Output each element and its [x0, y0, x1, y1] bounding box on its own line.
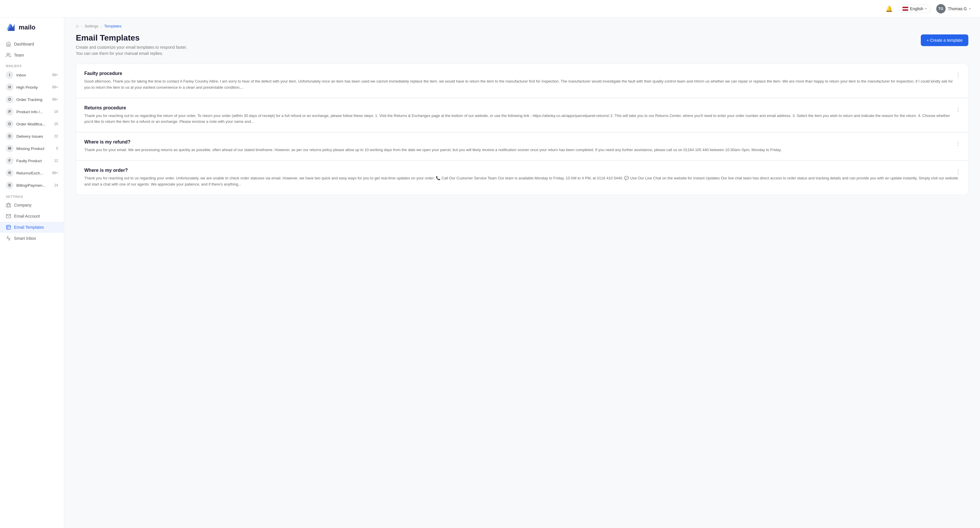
envelope-icon: [6, 213, 11, 219]
mailbox-count: 12: [54, 159, 58, 163]
mailbox-count: 19: [54, 110, 58, 114]
template-body: Thank you for your email. We are process…: [84, 147, 960, 153]
sidebar-item-label: Email Templates: [14, 225, 58, 230]
sidebar-item-missing-product[interactable]: M Missing Product 5: [0, 142, 64, 154]
sidebar-item-faulty-product[interactable]: F Faulty Product 12: [0, 154, 64, 167]
mailbox-count: 99+: [52, 73, 58, 77]
chevron-down-icon: ▾: [969, 7, 970, 10]
mailbox-circle: O: [6, 96, 13, 103]
template-body: Thank you for reaching out to us regardi…: [84, 113, 960, 125]
breadcrumb: ⌂ › Settings › Templates: [64, 17, 980, 29]
mailbox-label: Order Modifica...: [16, 122, 51, 126]
logo-text: mailo: [19, 24, 35, 31]
mailbox-circle: F: [6, 157, 13, 165]
mailbox-label: Missing Product: [16, 146, 53, 151]
language-label: English: [910, 6, 923, 11]
page-title: Email Templates: [76, 33, 187, 43]
chevron-down-icon: ▾: [925, 7, 927, 10]
users-icon: [6, 52, 11, 58]
template-more-button[interactable]: ⋮: [954, 71, 962, 79]
template-title: Faulty procedure: [84, 71, 960, 76]
settings-section-label: Settings: [0, 191, 64, 200]
sidebar-item-billing-payments[interactable]: B Billing/Paymen... 14: [0, 179, 64, 191]
svg-rect-5: [6, 225, 11, 229]
mailbox-circle: R: [6, 169, 13, 177]
mailbox-label: Returns/Exch...: [16, 171, 49, 175]
template-card: Returns procedure Thank you for reaching…: [76, 98, 968, 132]
mailbox-circle: M: [6, 145, 13, 152]
template-more-button[interactable]: ⋮: [954, 140, 962, 148]
user-menu[interactable]: TG Thomas G ▾: [936, 4, 970, 13]
mailbox-label: Inbox: [16, 73, 49, 77]
top-header: 🔔 English ▾ TG Thomas G ▾: [0, 0, 980, 17]
mailbox-label: Billing/Paymen...: [16, 183, 51, 188]
mailbox-circle: P: [6, 108, 13, 116]
page-header: Email Templates Create and customize you…: [64, 29, 980, 64]
mailbox-count: 25: [54, 122, 58, 126]
template-title: Where is my order?: [84, 168, 960, 173]
smart-inbox-icon: [6, 236, 11, 241]
sidebar-item-team[interactable]: Team: [0, 49, 64, 61]
page-title-area: Email Templates Create and customize you…: [76, 33, 187, 57]
mailbox-circle: B: [6, 181, 13, 189]
sidebar-item-company[interactable]: Company: [0, 200, 64, 211]
app-body: mailo Dashboard Team Mailbox I Inbox 99+: [0, 17, 980, 528]
home-icon: [6, 41, 11, 47]
user-name: Thomas G: [948, 6, 967, 11]
building-icon: [6, 202, 11, 208]
template-body: Thank you for reaching out to us regardi…: [84, 175, 960, 188]
create-template-button[interactable]: + Create a template: [921, 34, 968, 46]
sidebar-item-label: Smart Inbox: [14, 236, 58, 241]
template-body: Good afternoon, Thank you for taking the…: [84, 78, 960, 91]
breadcrumb-separator: ›: [81, 24, 82, 28]
sidebar-item-product-info[interactable]: P Product Info /... 19: [0, 106, 64, 118]
logo: mailo: [0, 22, 64, 38]
sidebar: mailo Dashboard Team Mailbox I Inbox 99+: [0, 17, 64, 528]
breadcrumb-separator: ›: [100, 24, 102, 28]
mailbox-count: 99+: [52, 85, 58, 89]
template-card: Where is my order? Thank you for reachin…: [76, 161, 968, 195]
mailbox-circle: O: [6, 120, 13, 128]
template-icon: [6, 224, 11, 230]
sidebar-item-label: Company: [14, 203, 58, 207]
breadcrumb-current: Templates: [104, 24, 121, 28]
template-card: Faulty procedure Good afternoon, Thank y…: [76, 64, 968, 98]
sidebar-item-label: Team: [14, 53, 58, 57]
mailbox-count: 99+: [52, 97, 58, 102]
template-title: Where is my refund?: [84, 140, 960, 145]
flag-icon: [902, 7, 908, 11]
notification-bell-icon[interactable]: 🔔: [886, 5, 893, 12]
mailbox-label: Order Tracking: [16, 97, 49, 102]
page-subtitle: Create and customize your email template…: [76, 45, 187, 57]
sidebar-item-delivery-issues[interactable]: D Delivery Issues 22: [0, 130, 64, 142]
language-selector[interactable]: English ▾: [899, 5, 931, 13]
template-title: Returns procedure: [84, 105, 960, 111]
logo-icon: [6, 22, 16, 33]
mailbox-list: I Inbox 99+ H High Priority 99+ O Order …: [0, 69, 64, 191]
mailbox-label: Delivery Issues: [16, 134, 51, 138]
mailbox-count: 5: [56, 146, 58, 151]
sidebar-item-inbox[interactable]: I Inbox 99+: [0, 69, 64, 81]
sidebar-item-email-templates[interactable]: Email Templates: [0, 222, 64, 233]
avatar: TG: [936, 4, 946, 13]
mailbox-circle: H: [6, 83, 13, 91]
sidebar-item-order-tracking[interactable]: O Order Tracking 99+: [0, 93, 64, 106]
mailbox-section-label: Mailbox: [0, 61, 64, 69]
mailbox-count: 99+: [52, 171, 58, 175]
sidebar-item-dashboard[interactable]: Dashboard: [0, 38, 64, 49]
mailbox-count: 14: [54, 183, 58, 187]
sidebar-item-order-modifications[interactable]: O Order Modifica... 25: [0, 118, 64, 130]
home-breadcrumb-icon[interactable]: ⌂: [76, 23, 79, 29]
templates-list: Faulty procedure Good afternoon, Thank y…: [64, 64, 980, 207]
sidebar-item-high-priority[interactable]: H High Priority 99+: [0, 81, 64, 93]
mailbox-count: 22: [54, 134, 58, 138]
svg-point-2: [7, 53, 9, 55]
template-more-button[interactable]: ⋮: [954, 168, 962, 176]
sidebar-item-email-account[interactable]: Email Account: [0, 211, 64, 222]
mailbox-label: Faulty Product: [16, 159, 51, 163]
template-more-button[interactable]: ⋮: [954, 105, 962, 113]
sidebar-item-returns-exchange[interactable]: R Returns/Exch... 99+: [0, 167, 64, 179]
mailbox-label: High Priority: [16, 85, 49, 89]
breadcrumb-settings[interactable]: Settings: [84, 24, 98, 28]
sidebar-item-smart-inbox[interactable]: Smart Inbox: [0, 233, 64, 244]
